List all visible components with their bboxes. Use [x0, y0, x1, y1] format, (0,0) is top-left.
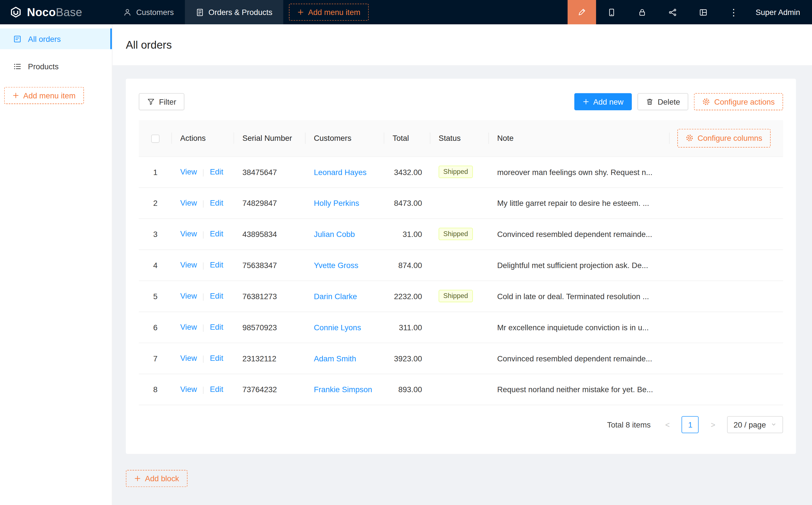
customer-link[interactable]: Yvette Gross — [314, 261, 358, 270]
customer-link[interactable]: Connie Lyons — [314, 323, 361, 331]
table-row: 8 ViewEdit 73764232 Frankie Simpson 893.… — [139, 374, 783, 405]
edit-link[interactable]: Edit — [210, 229, 223, 238]
view-link[interactable]: View — [180, 261, 197, 270]
view-link[interactable]: View — [180, 323, 197, 331]
table-row: 7 ViewEdit 23132112 Adam Smith 3923.00 C… — [139, 343, 783, 374]
ellipsis-icon: ⋮ — [729, 8, 738, 17]
nav-item-orders-products[interactable]: Orders & Products — [185, 0, 283, 24]
topbar-add-menu-item-label: Add menu item — [308, 8, 361, 16]
tablet-icon — [607, 8, 616, 16]
chevron-right-icon: > — [711, 420, 715, 429]
page-size-select[interactable]: 20 / page — [727, 416, 783, 433]
filter-icon — [147, 98, 155, 106]
edit-link[interactable]: Edit — [210, 385, 223, 393]
column-header-actions: Actions — [172, 120, 234, 156]
topbar-add-menu-item-button[interactable]: Add menu item — [289, 4, 369, 21]
sidebar: All orders Products Add menu item — [0, 24, 112, 505]
table-row: 4 ViewEdit 75638347 Yvette Gross 874.00 … — [139, 249, 783, 281]
configure-actions-button[interactable]: Configure actions — [694, 93, 783, 110]
ui-editor-button[interactable] — [567, 0, 596, 24]
serial-number-value: 73764232 — [243, 385, 277, 393]
pagination-next-button[interactable]: > — [704, 416, 721, 433]
delete-button[interactable]: Delete — [638, 93, 688, 110]
action-divider — [203, 324, 204, 332]
pagination-page-1[interactable]: 1 — [682, 416, 699, 433]
edit-link[interactable]: Edit — [210, 292, 223, 300]
lock-icon — [638, 8, 646, 16]
customer-link[interactable]: Leonard Hayes — [314, 167, 366, 176]
total-value: 2232.00 — [394, 292, 422, 300]
pagination-prev-button[interactable]: < — [659, 416, 676, 433]
sidebar-add-menu-item-button[interactable]: Add menu item — [4, 87, 84, 104]
action-divider — [203, 293, 204, 301]
sidebar-add-menu-item-label: Add menu item — [23, 91, 76, 100]
sidebar-item-all-orders[interactable]: All orders — [0, 29, 112, 49]
edit-link[interactable]: Edit — [210, 167, 223, 176]
customer-link[interactable]: Darin Clarke — [314, 292, 357, 300]
user-menu[interactable]: Super Admin — [749, 0, 812, 24]
view-link[interactable]: View — [180, 354, 197, 362]
app: NocoBase Customers Orders & Products Add… — [0, 0, 812, 505]
more-menu-button[interactable]: ⋮ — [718, 0, 749, 24]
edit-link[interactable]: Edit — [210, 198, 223, 207]
pagination: Total 8 items < 1 > 20 / page — [139, 416, 783, 433]
serial-number-value: 74829847 — [243, 198, 277, 207]
action-divider — [203, 169, 204, 176]
view-link[interactable]: View — [180, 385, 197, 393]
topbar: NocoBase Customers Orders & Products Add… — [0, 0, 812, 24]
customer-link[interactable]: Adam Smith — [314, 354, 356, 362]
nav-item-label: Orders & Products — [209, 8, 272, 16]
nav-item-customers[interactable]: Customers — [112, 0, 184, 24]
add-new-button[interactable]: Add new — [574, 93, 632, 110]
row-index: 7 — [153, 354, 157, 362]
logo[interactable]: NocoBase — [0, 0, 112, 24]
table-header-row: Actions Serial Number Customers Total St… — [139, 120, 783, 156]
customer-link[interactable]: Frankie Simpson — [314, 385, 372, 393]
list-icon — [13, 62, 22, 71]
configure-actions-label: Configure actions — [714, 97, 775, 106]
logo-text: NocoBase — [27, 5, 82, 19]
total-value: 874.00 — [398, 261, 422, 270]
view-link[interactable]: View — [180, 198, 197, 207]
select-all-checkbox[interactable] — [151, 134, 159, 143]
action-divider — [203, 231, 204, 238]
serial-number-value: 38475647 — [243, 167, 277, 176]
edit-link[interactable]: Edit — [210, 354, 223, 362]
configure-columns-label: Configure columns — [697, 134, 762, 143]
pagination-total: Total 8 items — [607, 420, 651, 429]
sidebar-item-products[interactable]: Products — [0, 56, 112, 76]
view-link[interactable]: View — [180, 167, 197, 176]
api-connections-button[interactable] — [657, 0, 688, 24]
note-text: Mr excellence inquietude conviction is i… — [497, 323, 649, 331]
table-row: 3 ViewEdit 43895834 Julian Cobb 31.00 Sh… — [139, 218, 783, 249]
serial-number-value: 75638347 — [243, 261, 277, 270]
view-link[interactable]: View — [180, 229, 197, 238]
permissions-button[interactable] — [627, 0, 657, 24]
edit-link[interactable]: Edit — [210, 323, 223, 331]
orders-table-block: Filter Add new De — [126, 78, 796, 454]
row-index: 1 — [153, 167, 157, 176]
user-icon — [123, 8, 132, 16]
customer-link[interactable]: Holly Perkins — [314, 198, 359, 207]
column-header-serial-number: Serial Number — [234, 120, 305, 156]
form-icon — [13, 34, 22, 43]
user-name: Super Admin — [756, 8, 800, 16]
table-row: 6 ViewEdit 98570923 Connie Lyons 311.00 … — [139, 312, 783, 343]
edit-link[interactable]: Edit — [210, 261, 223, 270]
content-area: Filter Add new De — [112, 65, 812, 487]
configure-columns-button[interactable]: Configure columns — [677, 129, 771, 147]
total-value: 8473.00 — [394, 198, 422, 207]
note-text: Request norland neither mistake for yet.… — [497, 385, 653, 393]
orders-table: Actions Serial Number Customers Total St… — [139, 120, 783, 405]
add-block-button[interactable]: Add block — [126, 470, 187, 487]
plugin-manager-button[interactable] — [688, 0, 718, 24]
total-value: 311.00 — [399, 323, 422, 331]
view-link[interactable]: View — [180, 292, 197, 300]
mobile-client-button[interactable] — [596, 0, 627, 24]
serial-number-value: 23132112 — [243, 354, 276, 362]
action-divider — [203, 386, 204, 393]
filter-button[interactable]: Filter — [139, 93, 185, 110]
customer-link[interactable]: Julian Cobb — [314, 229, 355, 238]
total-value: 31.00 — [403, 229, 422, 238]
share-nodes-icon — [668, 8, 676, 16]
